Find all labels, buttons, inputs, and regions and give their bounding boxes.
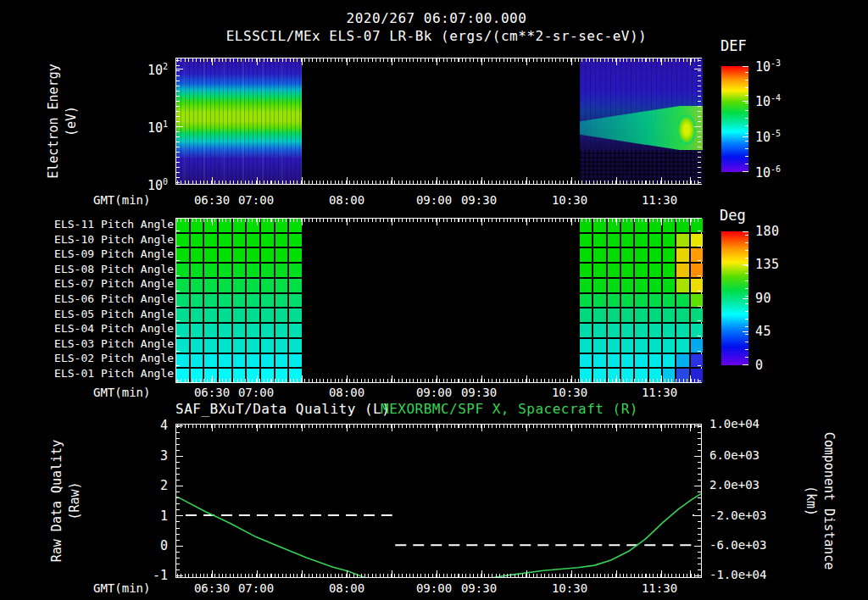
pitch-cell xyxy=(261,234,274,247)
pitch-cell xyxy=(593,339,605,353)
pitch-cell xyxy=(261,294,274,308)
pitch-cell xyxy=(580,294,592,308)
x-ticks-major xyxy=(177,177,700,184)
pitch-cell xyxy=(580,324,592,337)
pitch-cell xyxy=(608,339,620,353)
pitch-cell xyxy=(608,264,620,277)
quality-y-axis-label: Raw Data Quality (Raw) xyxy=(48,440,84,563)
time-tick: 08:00 xyxy=(323,193,370,207)
gmt-axis-label: GMT(min) xyxy=(93,193,161,207)
pitch-cell xyxy=(676,308,688,322)
pitch-row-label: ELS-04 Pitch Angle xyxy=(49,322,174,336)
colorbar-def xyxy=(721,66,748,172)
pitch-row-label: ELS-03 Pitch Angle xyxy=(49,337,174,351)
time-tick: 09:00 xyxy=(410,581,458,595)
pitch-cell xyxy=(275,248,288,262)
y-ticks-minor xyxy=(698,219,701,381)
pitch-cell xyxy=(593,354,605,368)
colorbar-tick-major xyxy=(743,364,748,365)
pitch-cell xyxy=(663,264,675,277)
time-tick: 06:30 xyxy=(188,386,236,399)
time-axis-3: GMT(min) 06:30 07:00 08:00 09:00 09:30 1… xyxy=(0,581,868,597)
pitch-cell xyxy=(608,324,620,337)
pitch-cell xyxy=(191,324,203,337)
pitch-cell xyxy=(261,279,274,292)
y-ticks-major xyxy=(694,425,701,576)
page-title: 2020/267 06:07:00.000 xyxy=(165,10,708,26)
y-tick-major xyxy=(176,126,183,127)
pitch-cell xyxy=(580,234,592,247)
quality-y-axis-label-line1: Raw Data Quality xyxy=(48,440,66,563)
pitch-row-label: ELS-06 Pitch Angle xyxy=(49,292,174,306)
time-tick: 10:30 xyxy=(546,193,593,207)
pitch-cell xyxy=(635,279,647,292)
colorbar-tick-major xyxy=(743,264,748,265)
pitch-cell xyxy=(247,308,259,322)
time-tick: 08:00 xyxy=(323,581,370,595)
time-tick: 06:30 xyxy=(188,193,236,207)
pitch-cell xyxy=(635,308,647,322)
y-tick-major xyxy=(176,69,183,69)
colorbar-deg-tick: 180 xyxy=(755,224,815,239)
colorbar-tick-major xyxy=(743,101,748,102)
pitch-cell xyxy=(233,248,246,262)
pitch-cell xyxy=(204,279,217,292)
pitch-cell xyxy=(663,294,675,308)
time-axis-2: GMT(min) 06:30 07:00 08:00 09:00 09:30 1… xyxy=(0,386,868,401)
right-ytick: -2.0e+03 xyxy=(709,508,787,522)
pitch-cell xyxy=(580,279,592,292)
colorbar-tick-major xyxy=(743,136,748,137)
pitch-cell xyxy=(233,294,246,308)
pitch-cell xyxy=(593,294,605,308)
pitch-cell xyxy=(593,248,605,262)
pitch-cell xyxy=(275,294,288,308)
time-tick: 07:00 xyxy=(232,581,280,595)
pitch-cell xyxy=(261,324,274,337)
pitch-cell xyxy=(204,234,217,247)
pitch-cell xyxy=(676,264,688,277)
pitch-cell xyxy=(649,354,661,368)
pitch-cell xyxy=(621,308,633,322)
pitch-cell xyxy=(261,339,274,353)
pitch-cell xyxy=(580,339,592,353)
pitch-cell xyxy=(635,339,647,353)
colorbar-tick-major xyxy=(743,66,748,67)
pitch-cell xyxy=(261,354,274,368)
pitch-cell xyxy=(663,354,675,368)
right-ytick: 2.0e+03 xyxy=(709,478,787,492)
time-tick: 07:00 xyxy=(232,386,280,399)
pitch-cell xyxy=(247,324,259,337)
pitch-cell xyxy=(649,308,661,322)
pitch-cell xyxy=(275,354,288,368)
pitch-row-label: ELS-01 Pitch Angle xyxy=(49,367,174,381)
pitch-cell xyxy=(219,354,231,368)
colorbar-def-tick: 10-4 xyxy=(755,93,815,109)
left-ytick: 2 xyxy=(127,478,168,493)
pitch-cell xyxy=(608,279,620,292)
time-tick: 09:00 xyxy=(410,193,458,207)
y-tick-major xyxy=(694,126,701,127)
colorbar-def-title: DEF xyxy=(721,37,747,54)
quality-series-title: SAF_BXuT/Data Quality (L) xyxy=(175,401,390,417)
pitch-cell xyxy=(649,279,661,292)
y-tick-major xyxy=(694,184,701,185)
time-tick: 09:30 xyxy=(455,193,503,207)
x-ticks-major xyxy=(177,219,700,225)
colorbar-deg xyxy=(721,231,748,365)
pitch-cell xyxy=(261,308,274,322)
pitch-cell xyxy=(663,279,675,292)
pitch-cell xyxy=(608,294,620,308)
left-ytick: 4 xyxy=(127,418,168,433)
time-tick: 09:00 xyxy=(410,386,458,399)
pitch-cell xyxy=(247,339,259,353)
pitch-cell xyxy=(289,279,302,292)
pitch-grid-right xyxy=(580,219,703,382)
pitch-cell xyxy=(191,354,203,368)
distance-y-axis-label: Component Distance (km) xyxy=(802,432,837,570)
pitch-cell xyxy=(663,248,675,262)
pitch-cell xyxy=(275,339,288,353)
time-tick: 07:00 xyxy=(232,193,280,207)
pitch-cell xyxy=(219,234,231,247)
pitch-cell xyxy=(676,279,688,292)
pitch-cell xyxy=(635,294,647,308)
